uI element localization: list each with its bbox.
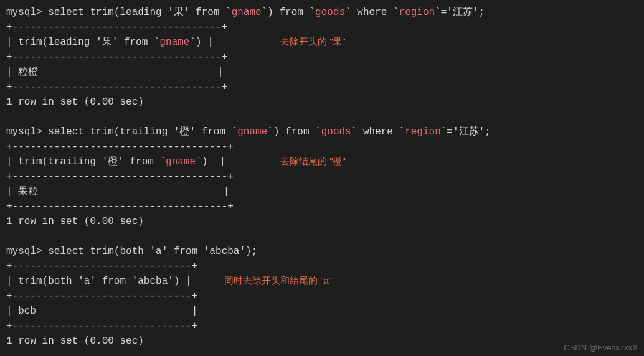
header-text: | trim(trailing '橙' from ` (6, 156, 166, 167)
table-border: +-----------------------------------+ (6, 20, 638, 35)
col-region: region (399, 7, 435, 18)
header-text: `) | (189, 37, 213, 48)
annotation-2: 去除结尾的 "橙" (280, 154, 346, 169)
sql-query-3: mysql> select trim(both 'a' from 'abcba'… (6, 244, 638, 259)
annotation-1: 去除开头的 "果" (280, 35, 346, 49)
sql-text: `) from ` (267, 126, 321, 138)
mysql-prompt: mysql> (6, 246, 48, 257)
blank-line (6, 229, 638, 244)
col-gname: gname (237, 126, 267, 138)
mysql-prompt: mysql> (6, 126, 48, 138)
table-row: | bcb | (6, 304, 638, 319)
table-border: +------------------------------+ (6, 289, 638, 304)
col-region: region (405, 126, 441, 138)
sql-text: select trim(leading '果' from ` (48, 7, 231, 18)
sql-text: select trim(trailing '橙' from ` (48, 126, 237, 138)
table-border: +-----------------------------------+ (6, 50, 638, 65)
table-row: | 粒橙 | (6, 65, 638, 80)
table-border: +------------------------------------+ (6, 139, 638, 154)
result-footer: 1 row in set (0.00 sec) (6, 95, 638, 110)
col-gname: gname (166, 156, 196, 167)
sql-text: `='江苏'; (435, 7, 485, 18)
table-border: +------------------------------+ (6, 259, 638, 274)
table-row: | 果粒 | (6, 184, 638, 199)
sql-text: `='江苏'; (441, 126, 491, 138)
table-border: +------------------------------------+ (6, 199, 638, 214)
table-border: +-----------------------------------+ (6, 80, 638, 95)
blank-line (6, 110, 638, 124)
table-border: +------------------------------+ (6, 319, 638, 334)
sql-text: ` where ` (345, 7, 399, 18)
sql-query-2: mysql> select trim(trailing '橙' from `gn… (6, 124, 638, 139)
sql-text: `) from ` (262, 7, 315, 18)
result-footer: 1 row in set (0.00 sec) (6, 334, 638, 349)
sql-text: select trim(both 'a' from 'abcba'); (48, 246, 257, 257)
table-goods: goods (315, 7, 345, 18)
sql-query-1: mysql> select trim(leading '果' from `gna… (6, 5, 638, 20)
annotation-3: 同时去除开头和结尾的 "a" (224, 274, 332, 288)
col-gname: gname (232, 7, 262, 18)
mysql-prompt: mysql> (6, 7, 48, 18)
col-gname: gname (159, 37, 189, 48)
header-text: | trim(leading '果' from ` (6, 37, 159, 48)
table-border: +------------------------------------+ (6, 169, 638, 184)
result-footer: 1 row in set (0.00 sec) (6, 214, 638, 229)
table-goods: goods (321, 126, 351, 138)
header-text: `) | (196, 156, 225, 167)
watermark: CSDN @Evens7xxX (564, 342, 638, 354)
sql-text: ` where ` (351, 126, 405, 138)
